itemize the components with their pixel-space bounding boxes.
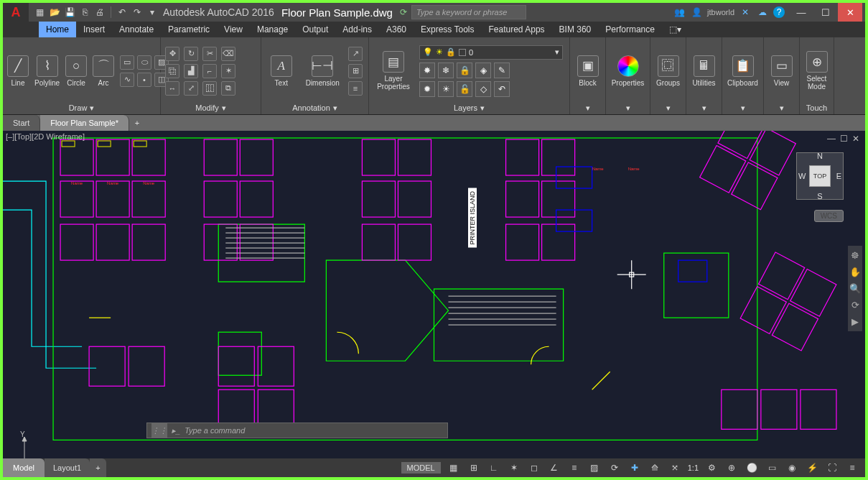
- vp-close-icon[interactable]: ✕: [852, 134, 859, 144]
- tab-insert[interactable]: Insert: [76, 22, 112, 37]
- annomonitor2-icon[interactable]: ⊕: [724, 461, 739, 475]
- file-tab-doc[interactable]: Floor Plan Sample*: [40, 115, 129, 131]
- layer-properties-button[interactable]: ▤Layer Properties: [373, 51, 414, 91]
- offset-icon[interactable]: ⧉: [221, 81, 235, 96]
- layer-iso-icon[interactable]: ◈: [475, 63, 491, 78]
- select-mode-button[interactable]: ⊕Select Mode: [804, 51, 829, 91]
- view-button[interactable]: ▭View: [768, 55, 795, 87]
- annomonitor-icon[interactable]: ✚: [627, 461, 642, 475]
- panel-draw-title[interactable]: Draw ▾: [7, 101, 156, 114]
- utilities-button[interactable]: 🖩Utilities: [691, 55, 717, 87]
- circle-button[interactable]: ○Circle: [65, 55, 87, 87]
- vp-maximize-icon[interactable]: ☐: [840, 134, 848, 144]
- polar-icon[interactable]: ✶: [507, 461, 521, 475]
- transparency-icon[interactable]: ▨: [587, 461, 602, 475]
- properties-button[interactable]: Properties: [610, 55, 645, 87]
- annoscale2-icon[interactable]: ⤧: [668, 461, 682, 475]
- snap-icon[interactable]: ⊞: [467, 461, 481, 475]
- vp-minimize-icon[interactable]: —: [827, 134, 836, 144]
- view-cube[interactable]: N E S W TOP: [796, 152, 844, 200]
- panel-modify-title[interactable]: Modify ▾: [165, 101, 256, 114]
- help-icon[interactable]: ?: [773, 6, 785, 18]
- tab-bim360[interactable]: BIM 360: [552, 22, 599, 37]
- qat-redo-icon[interactable]: ↷: [131, 6, 144, 19]
- mtext-icon[interactable]: ≡: [348, 81, 363, 96]
- qat-dropdown-icon[interactable]: ▾: [146, 6, 159, 19]
- user-name[interactable]: jtbworld: [707, 8, 734, 17]
- table-icon[interactable]: ⊞: [348, 64, 363, 78]
- dimension-button[interactable]: ⊢⊣Dimension: [303, 55, 342, 87]
- annoscale-icon[interactable]: ⟰: [648, 461, 662, 475]
- qat-new-icon[interactable]: ▦: [33, 6, 46, 19]
- viewport-label[interactable]: [–][Top][2D Wireframe]: [6, 132, 85, 141]
- layer-match-icon[interactable]: ✎: [494, 63, 510, 78]
- layer-combo[interactable]: 💡☀🔒 0 ▾: [419, 45, 563, 60]
- model-tab[interactable]: Model: [3, 458, 45, 477]
- cmd-handle-icon[interactable]: ⋮⋮: [151, 423, 167, 438]
- cleanscreen-icon[interactable]: ⛶: [825, 461, 839, 475]
- tab-addins[interactable]: Add-ins: [335, 22, 379, 37]
- grid-icon[interactable]: ▦: [447, 461, 461, 475]
- close-button[interactable]: ✕: [838, 3, 862, 22]
- file-tab-add[interactable]: +: [129, 115, 145, 131]
- search-input[interactable]: Type a keyword or phrase: [411, 5, 526, 19]
- layer-on-icon[interactable]: ✹: [419, 81, 435, 97]
- clipboard-button[interactable]: 📋Clipboard: [727, 55, 759, 87]
- tab-performance[interactable]: Performance: [598, 22, 662, 37]
- tab-view[interactable]: View: [217, 22, 250, 37]
- tab-home[interactable]: Home: [39, 22, 76, 37]
- point-icon[interactable]: •: [137, 73, 151, 87]
- nav-wheel-icon[interactable]: ☸: [851, 250, 859, 261]
- stretch-icon[interactable]: ↔: [165, 81, 179, 96]
- osnap-icon[interactable]: ◻: [527, 461, 541, 475]
- qat-saveas-icon[interactable]: ⎘: [78, 6, 91, 19]
- workspace-icon[interactable]: ⚙: [704, 461, 719, 475]
- tab-output[interactable]: Output: [295, 22, 335, 37]
- trim-icon[interactable]: ✂: [202, 47, 217, 61]
- layout-tab[interactable]: Layout1: [45, 458, 90, 477]
- polyline-button[interactable]: ⌇Polyline: [34, 55, 60, 87]
- nav-pan-icon[interactable]: ✋: [849, 267, 861, 277]
- layer-uniso-icon[interactable]: ◇: [475, 81, 491, 97]
- customize-icon[interactable]: ≡: [845, 461, 859, 475]
- scale-label[interactable]: 1:1: [688, 463, 699, 472]
- tab-parametric[interactable]: Parametric: [161, 22, 217, 37]
- array-icon[interactable]: ⿲: [202, 81, 217, 96]
- rotate-icon[interactable]: ↻: [184, 47, 198, 61]
- sign-in-icon[interactable]: 👥: [673, 6, 686, 19]
- line-button[interactable]: ╱Line: [7, 55, 29, 87]
- exchange-icon[interactable]: ✕: [739, 6, 752, 19]
- app-logo[interactable]: A: [3, 3, 29, 22]
- maximize-button[interactable]: ☐: [813, 3, 838, 22]
- units-icon[interactable]: ⚪: [745, 461, 759, 475]
- layer-off-icon[interactable]: ✸: [419, 63, 435, 78]
- tab-express[interactable]: Express Tools: [414, 22, 481, 37]
- nav-showmotion-icon[interactable]: ▶: [851, 316, 859, 327]
- file-tab-start[interactable]: Start: [3, 115, 40, 131]
- fillet-icon[interactable]: ⌐: [202, 64, 217, 78]
- panel-layers-title[interactable]: Layers ▾: [373, 101, 565, 114]
- hwaccel-icon[interactable]: ⚡: [805, 461, 819, 475]
- drawing-canvas[interactable]: NameNameName NameName [–][Top][2D Wirefr…: [3, 131, 865, 458]
- qat-plot-icon[interactable]: 🖨: [93, 6, 106, 19]
- qat-save-icon[interactable]: 💾: [63, 6, 76, 19]
- groups-button[interactable]: ⿴Groups: [655, 55, 681, 87]
- erase-icon[interactable]: ⌫: [221, 47, 235, 61]
- scale-icon[interactable]: ⤢: [184, 81, 198, 96]
- spline-icon[interactable]: ∿: [120, 73, 134, 87]
- panel-annotation-title[interactable]: Annotation ▾: [266, 101, 364, 114]
- otrack-icon[interactable]: ∠: [547, 461, 561, 475]
- layer-prev-icon[interactable]: ↶: [494, 81, 510, 97]
- arc-button[interactable]: ⌒Arc: [93, 55, 114, 87]
- nav-zoom-icon[interactable]: 🔍: [849, 283, 861, 294]
- user-icon[interactable]: 👤: [690, 6, 703, 19]
- leader-icon[interactable]: ↗: [348, 47, 363, 61]
- layer-unlock-icon[interactable]: 🔓: [457, 81, 472, 97]
- status-mode[interactable]: MODEL: [401, 462, 441, 474]
- layer-thaw-icon[interactable]: ☀: [438, 81, 454, 97]
- layer-lock2-icon[interactable]: 🔒: [457, 63, 472, 78]
- move-icon[interactable]: ✥: [165, 47, 179, 61]
- tab-featured[interactable]: Featured Apps: [482, 22, 552, 37]
- ellipse-icon[interactable]: ⬭: [137, 55, 151, 70]
- cycling-icon[interactable]: ⟳: [607, 461, 622, 475]
